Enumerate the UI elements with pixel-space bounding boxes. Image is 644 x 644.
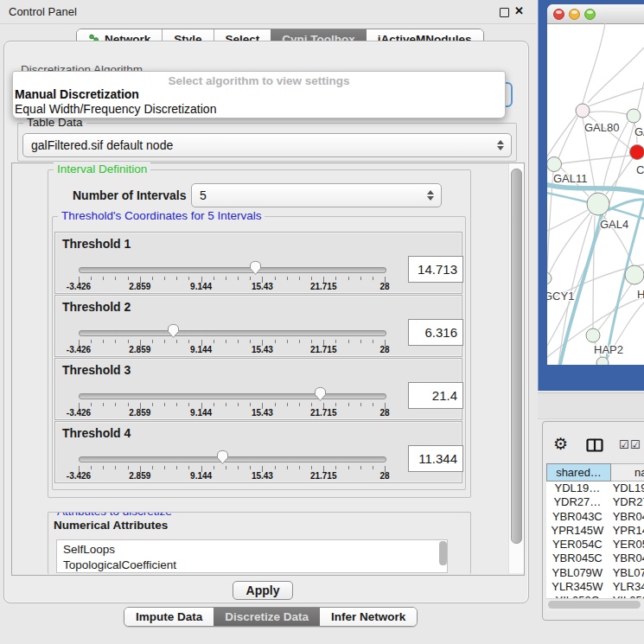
tick-mark [238,403,239,406]
algorithm-option[interactable]: Manual Discretization [15,87,499,101]
network-node-label: HAP2 [594,343,623,356]
network-edge[interactable] [589,112,627,114]
attribute-list-item[interactable]: BetweennessCentrality [57,572,447,573]
table-cell: YDR27… [546,495,609,509]
threshold-value-field[interactable]: 14.713 [408,256,463,283]
network-edge[interactable] [549,213,590,274]
tick-mark [360,340,361,343]
attributes-list-scrollbar-thumb[interactable] [439,541,447,565]
table-rows: YDL19…YDL19…YDR27…YDR27…YBR043CYBR043CYP… [546,481,644,598]
slider-track[interactable] [79,456,386,462]
tick-mark [152,277,153,280]
network-node[interactable] [596,357,609,365]
network-edge[interactable] [598,284,632,330]
tick-mark [311,340,312,343]
mac-zoom-icon[interactable] [584,9,596,20]
threshold-value-field[interactable]: 6.316 [408,319,463,346]
network-edge[interactable] [558,116,578,158]
network-edge[interactable] [588,88,644,106]
attribute-list-item[interactable]: SelfLoops [57,542,447,558]
network-edge[interactable] [583,23,605,104]
table-row[interactable]: YPR145WYPR145W [546,524,644,538]
tab-label: Discretize Data [225,610,309,623]
network-node[interactable] [586,328,600,342]
checkbox-checked-icon[interactable]: ☑ [619,438,629,451]
tick-mark [348,466,349,469]
slider-handle[interactable] [249,258,262,278]
table-row[interactable]: YDL19…YDL19… [546,481,644,495]
tick-mark [250,340,251,343]
network-node[interactable] [547,157,562,172]
slider-ticks [79,466,385,473]
table-data-combo[interactable]: galFiltered.sif default node [22,133,512,157]
table-cell: YPR145W [609,524,644,538]
algorithm-option[interactable]: Equal Width/Frequency Discretization [15,102,499,116]
tick-label: 28 [379,345,389,354]
network-window-titlebar[interactable] [547,4,644,24]
slider-track[interactable] [79,330,386,336]
table-row[interactable]: YLR345WYLR345W [546,580,644,594]
tab-impute-data[interactable]: Impute Data [124,608,214,626]
tick-mark [250,466,251,469]
number-of-intervals-combo[interactable]: 5 [191,183,442,207]
table-row[interactable]: YBL079WYBL079W [546,566,644,580]
mac-minimize-icon[interactable] [569,9,580,20]
tick-label: -3.426 [67,345,91,354]
table-row[interactable]: YBR045CYBR045C [546,552,644,565]
slider-track[interactable] [79,393,386,399]
tick-mark [152,403,153,406]
column-header-shared-name[interactable]: shared… [546,463,611,481]
network-node[interactable] [627,109,641,123]
tick-label: 2.859 [129,282,150,291]
mac-close-icon[interactable] [553,9,564,20]
number-of-intervals-label: Number of Intervals [73,188,186,202]
close-icon[interactable]: ✕ [514,4,524,17]
slider-handle[interactable] [167,322,180,341]
tick-mark [373,277,373,280]
network-highlight-edge[interactable] [609,200,644,210]
tab-label: Impute Data [136,610,202,623]
threshold-label: Threshold 3 [62,363,131,377]
algorithm-popup-prompt: Select algorithm to view settings [13,74,505,87]
network-node[interactable] [625,265,644,284]
float-window-icon[interactable] [500,8,509,17]
threshold-value-field[interactable]: 21.4 [408,382,463,409]
network-canvas[interactable]: GAL80GACGAL11GAL4HGCY1HAP2 [547,23,644,365]
slider-track[interactable] [79,267,386,273]
network-node[interactable] [587,193,609,215]
network-node[interactable] [630,145,644,160]
tick-mark [287,403,288,406]
tick-mark [299,466,300,469]
tab-infer-network[interactable]: Infer Network [320,608,417,626]
column-header-name[interactable]: name [611,463,644,481]
tick-label: -3.426 [67,471,91,481]
network-node[interactable] [576,104,590,118]
slider-handle[interactable] [314,385,327,405]
tick-mark [373,340,373,343]
tick-mark [152,466,153,469]
tick-mark [214,340,214,343]
table-row[interactable]: YER054CYER054C [546,538,644,552]
table-row[interactable]: YDR27…YDR27… [546,495,644,509]
numerical-attributes-list[interactable]: SelfLoopsTopologicalCoefficientBetweenne… [56,539,448,573]
tick-mark [188,340,189,343]
network-edge[interactable] [593,216,595,328]
apply-button[interactable]: Apply [233,581,293,600]
tab-discretize-data[interactable]: Discretize Data [214,608,320,626]
network-node[interactable] [547,272,552,284]
tick-mark [311,277,312,280]
horizontal-scrollbar-thumb[interactable] [548,601,641,609]
attribute-list-item[interactable]: TopologicalCoefficient [57,558,447,573]
network-edge[interactable] [588,48,644,103]
tick-mark [275,466,276,469]
network-edge[interactable] [562,156,630,163]
gear-icon[interactable]: ⚙ [553,436,568,452]
tick-mark [287,277,288,280]
vertical-scrollbar-thumb[interactable] [511,169,522,544]
split-columns-icon[interactable] [586,438,603,452]
threshold-value-field[interactable]: 11.344 [408,445,463,472]
slider-handle[interactable] [216,448,229,468]
table-row[interactable]: YBR043CYBR043C [546,510,644,524]
tick-mark [275,277,276,280]
checkbox-checked-icon[interactable]: ☑ [630,438,641,451]
